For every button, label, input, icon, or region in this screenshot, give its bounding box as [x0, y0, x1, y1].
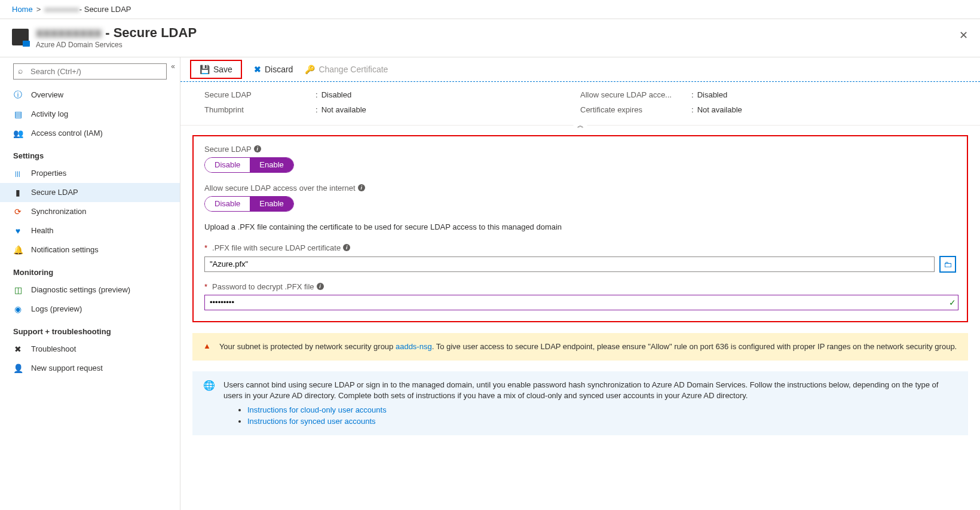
- sliders-icon: ⫼: [13, 169, 23, 178]
- sidebar-item-label: Overview: [31, 90, 63, 99]
- field-label-pfx-file: * .PFX file with secure LDAP certificate…: [204, 243, 956, 252]
- main-content: 💾 Save ✖ Discard 🔑 Change Certificate Se…: [180, 57, 980, 510]
- sidebar-heading-settings: Settings: [0, 143, 180, 164]
- discard-button[interactable]: ✖ Discard: [254, 65, 293, 74]
- sidebar-item-label: Troubleshoot: [31, 344, 76, 353]
- discard-icon: ✖: [254, 65, 261, 74]
- warning-icon: ▲: [203, 341, 211, 352]
- log-icon: ▤: [13, 109, 23, 119]
- breadcrumb: Home > xxxxxxxxx - Secure LDAP: [0, 0, 980, 19]
- breadcrumb-domain: xxxxxxxxx: [44, 5, 79, 14]
- info-label-cert-expires: Certificate expires: [580, 105, 688, 114]
- info-icon[interactable]: i: [358, 184, 365, 191]
- support-icon: 👤: [13, 364, 23, 373]
- sync-icon: ⟳: [13, 207, 23, 216]
- link-cloud-only-instructions[interactable]: Instructions for cloud-only user account…: [247, 405, 387, 414]
- sidebar-heading-support: Support + troubleshooting: [0, 319, 180, 340]
- field-label-password: * Password to decrypt .PFX file i: [204, 282, 956, 291]
- people-icon: 👥: [13, 129, 23, 138]
- save-icon: 💾: [200, 65, 210, 74]
- password-input[interactable]: [204, 295, 958, 310]
- pfx-file-input[interactable]: [204, 256, 935, 272]
- toggle-disable[interactable]: Disable: [205, 158, 250, 172]
- info-block: Secure LDAP : Disabled Allow secure LDAP…: [180, 82, 980, 126]
- breadcrumb-home[interactable]: Home: [12, 5, 33, 14]
- sidebar-item-iam[interactable]: 👥 Access control (IAM): [0, 124, 180, 143]
- sidebar-item-label: Notification settings: [31, 245, 99, 254]
- info-value-allow: Disabled: [697, 90, 728, 99]
- info-value-secure-ldap: Disabled: [321, 90, 352, 99]
- sidebar-item-label: Logs (preview): [31, 304, 82, 313]
- sidebar-item-sync[interactable]: ⟳ Synchronization: [0, 202, 180, 221]
- page-title: xxxxxxxxx - Secure LDAP: [36, 25, 197, 41]
- heart-icon: ♥: [13, 226, 23, 236]
- info-value-cert-expires: Not available: [697, 105, 742, 114]
- toggle-enable[interactable]: Enable: [250, 197, 293, 211]
- change-certificate-button[interactable]: 🔑 Change Certificate: [305, 65, 388, 74]
- service-icon: [12, 29, 29, 45]
- sidebar-item-label: New support request: [31, 364, 103, 372]
- page-header: xxxxxxxxx - Secure LDAP Azure AD Domain …: [0, 19, 980, 57]
- sidebar-item-label: Secure LDAP: [31, 188, 78, 197]
- field-label-secure-ldap: Secure LDAP i: [204, 145, 956, 154]
- sidebar-item-notifications[interactable]: 🔔 Notification settings: [0, 240, 180, 259]
- toggle-secure-ldap[interactable]: Disable Enable: [204, 157, 294, 173]
- breadcrumb-sep: >: [36, 5, 41, 14]
- search-input[interactable]: [13, 63, 167, 80]
- sidebar-item-new-request[interactable]: 👤 New support request: [0, 359, 180, 378]
- sidebar: « ⌕ ⓘ Overview ▤ Activity log 👥 Access c…: [0, 57, 180, 510]
- info-label-allow: Allow secure LDAP acce...: [580, 90, 688, 99]
- warning-text: Your subnet is protected by network secu…: [219, 341, 957, 352]
- field-label-allow-internet: Allow secure LDAP access over the intern…: [204, 184, 956, 193]
- info-icon[interactable]: i: [343, 244, 350, 251]
- warning-callout: ▲ Your subnet is protected by network se…: [192, 333, 968, 361]
- sidebar-item-label: Access control (IAM): [31, 129, 103, 138]
- upload-description: Upload a .PFX file containing the certif…: [204, 222, 956, 231]
- sidebar-item-secure-ldap[interactable]: ▮ Secure LDAP: [0, 183, 180, 202]
- sidebar-item-properties[interactable]: ⫼ Properties: [0, 164, 180, 183]
- toggle-allow-internet[interactable]: Disable Enable: [204, 196, 294, 212]
- page-subtitle: Azure AD Domain Services: [36, 41, 197, 49]
- sidebar-heading-monitoring: Monitoring: [0, 259, 180, 280]
- info-icon[interactable]: i: [254, 145, 261, 152]
- info-callout-text: Users cannot bind using secure LDAP or s…: [223, 380, 957, 401]
- save-button[interactable]: 💾 Save: [190, 60, 242, 79]
- close-button[interactable]: ✕: [959, 29, 968, 42]
- sidebar-item-label: Activity log: [31, 109, 68, 118]
- toggle-disable[interactable]: Disable: [205, 197, 250, 211]
- info-label-thumbprint: Thumbprint: [204, 105, 312, 114]
- sidebar-item-activity[interactable]: ▤ Activity log: [0, 105, 180, 124]
- sidebar-item-label: Diagnostic settings (preview): [31, 285, 130, 294]
- search-icon: ⌕: [18, 66, 23, 75]
- globe-icon: 🌐: [203, 380, 215, 427]
- info-icon: ⓘ: [13, 90, 23, 100]
- check-icon: ✓: [949, 298, 956, 307]
- logs-icon: ◉: [13, 304, 23, 314]
- sidebar-item-logs[interactable]: ◉ Logs (preview): [0, 300, 180, 319]
- folder-icon: 🗀: [944, 259, 952, 269]
- server-icon: ▮: [13, 188, 23, 197]
- breadcrumb-current: - Secure LDAP: [79, 5, 131, 14]
- toolbar: 💾 Save ✖ Discard 🔑 Change Certificate: [180, 57, 980, 82]
- sidebar-item-diagnostic[interactable]: ◫ Diagnostic settings (preview): [0, 280, 180, 300]
- toggle-enable[interactable]: Enable: [250, 158, 293, 172]
- wrench-icon: ✖: [13, 344, 23, 354]
- collapse-info-toggle[interactable]: ︽: [574, 121, 587, 130]
- info-label-secure-ldap: Secure LDAP: [204, 90, 312, 99]
- info-icon[interactable]: i: [317, 283, 324, 290]
- sidebar-item-label: Synchronization: [31, 207, 87, 216]
- sidebar-item-label: Properties: [31, 169, 66, 178]
- sidebar-item-overview[interactable]: ⓘ Overview: [0, 85, 180, 105]
- sidebar-item-label: Health: [31, 226, 54, 235]
- info-callout: 🌐 Users cannot bind using secure LDAP or…: [192, 371, 968, 435]
- chart-icon: ◫: [13, 285, 23, 295]
- link-synced-instructions[interactable]: Instructions for synced user accounts: [247, 417, 376, 426]
- sidebar-item-troubleshoot[interactable]: ✖ Troubleshoot: [0, 340, 180, 359]
- info-value-thumbprint: Not available: [321, 105, 366, 114]
- form-area: Secure LDAP i Disable Enable Allow secur…: [192, 135, 968, 322]
- bell-icon: 🔔: [13, 245, 23, 255]
- nsg-link[interactable]: aadds-nsg: [396, 342, 432, 351]
- browse-file-button[interactable]: 🗀: [939, 256, 956, 273]
- key-icon: 🔑: [305, 65, 315, 74]
- sidebar-item-health[interactable]: ♥ Health: [0, 221, 180, 240]
